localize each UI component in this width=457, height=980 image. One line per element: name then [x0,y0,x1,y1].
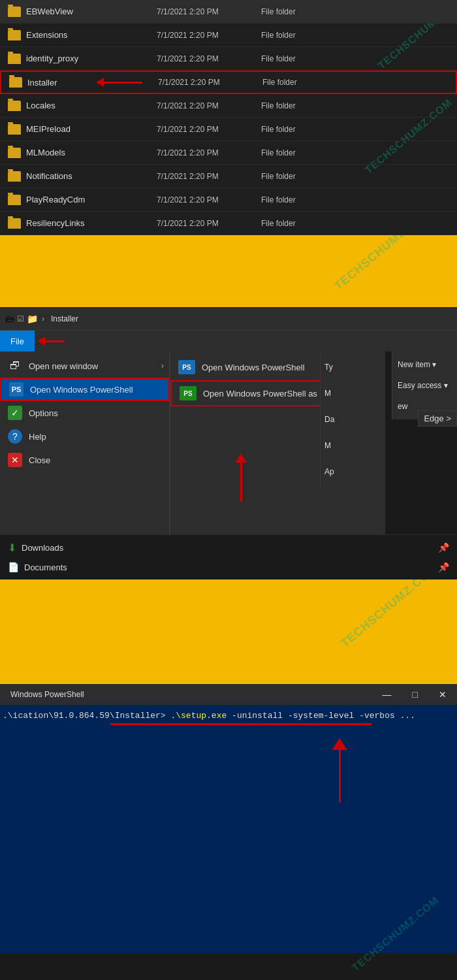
menu-dropdown: 🗗 Open new window › PS Open Windows Powe… [0,351,457,534]
file-type-7: File folder [261,172,449,181]
col-ty: Ty [324,354,381,380]
col-m1: M [324,380,381,406]
close-icon: ✕ [8,453,22,467]
file-row-3[interactable]: Installer7/1/2021 2:20 PMFile folder [0,71,457,94]
tab-file[interactable]: File [0,331,35,351]
folder-icon-title: 🗁 [5,314,14,324]
red-arrow-installer [96,78,142,87]
new-window-icon: 🗗 [8,359,22,373]
file-row-1[interactable]: Extensions7/1/2021 2:20 PMFile folder [0,24,457,47]
right-menu-panel: PS Open Windows PowerShell PS Open Windo… [170,351,385,534]
menu-open-powershell[interactable]: PS Open Windows PowerShell [0,378,169,401]
file-date-7: 7/1/2021 2:20 PM [157,172,261,181]
file-row-9[interactable]: ResiliencyLinks7/1/2021 2:20 PMFile fold… [0,212,457,235]
file-row-8[interactable]: PlayReadyCdm7/1/2021 2:20 PMFile folder [0,188,457,212]
documents-label: Documents [24,563,67,572]
file-type-3: File folder [262,78,448,87]
file-type-4: File folder [261,101,449,110]
pin-icon-downloads: 📌 [438,542,449,553]
file-list: EBWebView7/1/2021 2:20 PMFile folderExte… [0,0,457,235]
watermark-gap1: TECHSCHUMZ.COM [332,235,434,293]
sidebar-downloads[interactable]: ⬇ Downloads 📌 [0,538,457,557]
ps-args: -uninstall -system-level -verbos [232,711,395,721]
menu-open-powershell-label: Open Windows PowerShell [30,385,133,395]
help-icon: ? [8,429,22,444]
file-name-1: Extensions [26,30,157,40]
file-type-9: File folder [261,219,449,228]
menu-help[interactable]: ? Help [0,425,169,448]
file-date-8: 7/1/2021 2:20 PM [157,195,261,204]
folder-icon-4 [8,101,21,111]
options-icon: ✓ [8,406,22,420]
breadcrumb-installer: Installer [51,314,78,323]
col-da: Da [324,406,381,433]
sidebar-bottom: ⬇ Downloads 📌 📄 Documents 📌 [0,534,457,580]
yellow-gap-2: TECHSCHUMZ.COM [0,580,457,684]
file-name-5: MEIPreload [26,124,157,134]
file-name-9: ResiliencyLinks [26,218,157,228]
file-date-1: 7/1/2021 2:20 PM [157,31,261,40]
file-type-8: File folder [261,195,449,204]
watermark-ps: TECHSCHUMZ.COM [350,894,441,974]
ps-minimize-btn[interactable]: — [377,688,397,701]
menu-close[interactable]: ✕ Close [0,448,169,472]
file-row-7[interactable]: Notifications7/1/2021 2:20 PMFile folder [0,165,457,188]
file-type-1: File folder [261,31,449,40]
new-item-btn[interactable]: New item ▾ [392,354,457,375]
col-m2: M [324,433,381,459]
ps-window-title: Windows PowerShell [5,690,367,699]
ps-command-line: .\ication\91.0.864.59\Installer> .\setup… [3,710,454,722]
file-type-6: File folder [261,148,449,157]
menu-open-new-window[interactable]: 🗗 Open new window › [0,354,169,378]
folder-icon-title2: 📁 [27,314,38,324]
file-row-5[interactable]: MEIPreload7/1/2021 2:20 PMFile folder [0,118,457,141]
file-date-5: 7/1/2021 2:20 PM [157,125,261,134]
menu-help-label: Help [29,432,46,442]
file-row-4[interactable]: Locales7/1/2021 2:20 PMFile folder [0,94,457,118]
file-type-0: File folder [261,7,449,16]
file-date-4: 7/1/2021 2:20 PM [157,101,261,110]
yellow-gap-1: TECHSCHUMZ.COM [0,235,457,307]
folder-icon-5 [8,124,21,135]
file-name-0: EBWebView [26,7,157,16]
ps-titlebar: Windows PowerShell — □ ✕ [0,684,457,705]
file-explorer-section: TECHSCHUMZ.COM TECHSCHUMZ.COM EBWebView7… [0,0,457,235]
ps-content: .\ication\91.0.864.59\Installer> .\setup… [0,705,457,953]
right-type-col: Ty M Da M Ap [320,351,385,487]
chevron-icon: › [161,361,164,370]
folder-icon-1 [8,30,21,41]
file-date-9: 7/1/2021 2:20 PM [157,219,261,228]
file-date-3: 7/1/2021 2:20 PM [158,78,262,87]
watermark-gap2: TECHSCHUMZ.COM [338,580,441,651]
menu-options[interactable]: ✓ Options [0,401,169,425]
file-name-6: MLModels [26,148,157,157]
file-name-8: PlayReadyCdm [26,195,157,204]
downloads-label: Downloads [22,543,63,553]
folder-icon-9 [8,218,21,229]
edge-label: Edge > [418,410,457,427]
check-icon-title: ☑ [17,314,24,323]
ps-arrow-up [225,738,454,802]
menu-options-label: Options [29,408,58,418]
sidebar-documents[interactable]: 📄 Documents 📌 [0,557,457,577]
file-date-2: 7/1/2021 2:20 PM [157,54,261,63]
file-menu-section: 🗁 ☑ 📁 › Installer File 🗗 Open new window… [0,307,457,580]
file-row-0[interactable]: EBWebView7/1/2021 2:20 PMFile folder [0,0,457,24]
ps-close-btn[interactable]: ✕ [433,688,452,701]
menu-close-label: Close [29,455,50,465]
file-row-6[interactable]: MLModels7/1/2021 2:20 PMFile folder [0,141,457,165]
documents-icon: 📄 [8,562,19,572]
arrow-up-2 [235,453,247,502]
left-menu-panel: 🗗 Open new window › PS Open Windows Powe… [0,351,170,534]
easy-access-btn[interactable]: Easy access ▾ [392,375,457,396]
ps-icon-right1: PS [178,360,195,374]
ps-restore-btn[interactable]: □ [407,688,423,701]
ps-trailing: ... [400,711,415,721]
folder-icon-6 [8,148,21,158]
folder-icon-7 [8,171,21,182]
file-name-7: Notifications [26,171,157,181]
powershell-section: Windows PowerShell — □ ✕ .\ication\91.0.… [0,684,457,953]
file-row-2[interactable]: identity_proxy7/1/2021 2:20 PMFile folde… [0,47,457,71]
right-extras-panel: New item ▾ Easy access ▾ ew [392,351,457,419]
folder-icon-8 [8,195,21,205]
